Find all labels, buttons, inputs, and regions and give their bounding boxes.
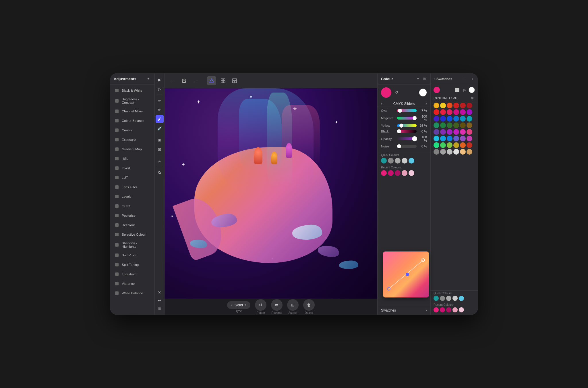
recent-colour-4[interactable]: [402, 170, 407, 176]
pen-tool[interactable]: ✏: [156, 97, 164, 105]
pd-3-5[interactable]: [460, 116, 466, 122]
opacity-track[interactable]: [397, 137, 417, 140]
zoom-tool[interactable]: [156, 169, 164, 177]
recent-colour-2[interactable]: [388, 170, 394, 176]
adj-item-white-balance[interactable]: White Balance: [111, 289, 153, 298]
adj-item-channel-mixer[interactable]: Channel Mixer: [111, 107, 153, 116]
pantone-grid-btn[interactable]: ⊞: [470, 95, 475, 101]
pd-8-2[interactable]: [440, 149, 446, 155]
type-left-arrow[interactable]: ‹: [231, 303, 232, 307]
pd-7-3[interactable]: [447, 142, 452, 148]
pd-4-6[interactable]: [467, 122, 472, 128]
layout-btn[interactable]: [230, 76, 239, 85]
eyedropper-btn[interactable]: [393, 89, 400, 96]
pd-2-5[interactable]: [460, 109, 466, 115]
magenta-track[interactable]: [397, 117, 417, 120]
pd-1-2[interactable]: [440, 103, 446, 108]
adj-item-hsl[interactable]: HSL: [111, 154, 153, 163]
adj-item-brightness-contrast[interactable]: Brightness / Contrast: [111, 95, 153, 106]
adj-item-soft-proof[interactable]: Soft Proof: [111, 251, 153, 260]
pd-3-3[interactable]: [447, 116, 452, 122]
pd-7-2[interactable]: [440, 142, 446, 148]
top-swatch-pink[interactable]: [434, 87, 440, 93]
pd-5-5[interactable]: [460, 129, 466, 135]
colour-settings-icon[interactable]: ✦: [415, 76, 421, 81]
pd-3-1[interactable]: [434, 116, 439, 122]
pd-8-1[interactable]: [434, 149, 439, 155]
sr-1[interactable]: [434, 307, 439, 312]
text-tool[interactable]: A: [156, 157, 164, 165]
noise-thumb[interactable]: [397, 144, 401, 148]
eyedropper-tool[interactable]: 💉: [156, 124, 164, 132]
pd-4-4[interactable]: [453, 122, 459, 128]
pd-4-3[interactable]: [447, 122, 452, 128]
adj-item-exposure[interactable]: Exposure: [111, 135, 153, 144]
save-button[interactable]: [179, 76, 189, 85]
adj-item-curves[interactable]: Curves: [111, 126, 153, 135]
transform-tool[interactable]: ⊞: [156, 136, 164, 144]
node-tool[interactable]: ▷: [156, 85, 164, 93]
pd-6-3[interactable]: [447, 136, 452, 141]
pd-4-1[interactable]: [434, 122, 439, 128]
vector-mode-btn[interactable]: [207, 76, 216, 85]
swatches-settings-icon[interactable]: ✦: [469, 76, 475, 82]
pd-8-3[interactable]: [447, 149, 452, 155]
pd-3-6[interactable]: [467, 116, 472, 122]
pd-8-5[interactable]: [460, 149, 466, 155]
aspect-button[interactable]: ⊞: [287, 299, 299, 311]
back-button[interactable]: ←: [168, 76, 177, 85]
pd-5-1[interactable]: [434, 129, 439, 135]
adj-item-recolour[interactable]: Recolour: [111, 220, 153, 230]
quick-colour-4[interactable]: [402, 158, 407, 164]
opacity-thumb[interactable]: [412, 136, 417, 141]
pd-5-6[interactable]: [467, 129, 472, 135]
pd-1-6[interactable]: [467, 103, 472, 108]
sq-5[interactable]: [459, 296, 464, 301]
close-tool[interactable]: ✕: [156, 288, 164, 296]
secondary-colour-swatch[interactable]: [419, 89, 427, 97]
brush-tool[interactable]: ✏: [156, 106, 164, 114]
adj-item-colour-balance[interactable]: Colour Balance: [111, 116, 153, 125]
delete-tool[interactable]: 🗑: [156, 304, 164, 312]
pd-7-5[interactable]: [460, 142, 466, 148]
pd-6-2[interactable]: [440, 136, 446, 141]
mode-left-arrow[interactable]: ‹: [381, 102, 382, 106]
pd-5-3[interactable]: [447, 129, 452, 135]
pd-4-2[interactable]: [440, 122, 446, 128]
pd-6-5[interactable]: [460, 136, 466, 141]
pd-7-1[interactable]: [434, 142, 439, 148]
colour-layout-icon[interactable]: ⊞: [422, 76, 427, 81]
grid-btn[interactable]: [218, 76, 228, 85]
pd-3-4[interactable]: [453, 116, 459, 122]
more-button[interactable]: ···: [191, 76, 200, 85]
adj-item-black-white[interactable]: Black & White: [111, 86, 153, 95]
pd-6-4[interactable]: [453, 136, 459, 141]
magenta-thumb[interactable]: [413, 116, 417, 120]
recent-colour-1[interactable]: [381, 170, 387, 176]
sr-5[interactable]: [459, 307, 464, 312]
swatches-link-row[interactable]: Swatches ›: [378, 306, 430, 315]
pd-6-1[interactable]: [434, 136, 439, 141]
recent-colour-3[interactable]: [395, 170, 401, 176]
adj-item-shadows-highlights[interactable]: Shadows / Highlights: [111, 239, 153, 250]
adj-item-threshold[interactable]: Threshold: [111, 270, 153, 279]
pd-5-2[interactable]: [440, 129, 446, 135]
sq-3[interactable]: [446, 296, 451, 301]
cyan-track[interactable]: [397, 109, 417, 112]
black-track[interactable]: [397, 130, 417, 133]
black-thumb[interactable]: [397, 129, 401, 133]
crop-tool[interactable]: ⊡: [156, 145, 164, 153]
yellow-track[interactable]: [397, 124, 417, 127]
adj-item-lut[interactable]: LUT: [111, 173, 153, 182]
pd-8-4[interactable]: [453, 149, 459, 155]
pd-1-1[interactable]: [434, 103, 439, 108]
adj-item-ocio[interactable]: OCIO: [111, 201, 153, 211]
type-selector[interactable]: ‹ Solid ›: [227, 301, 250, 309]
pd-7-6[interactable]: [467, 142, 472, 148]
adj-item-invert[interactable]: Invert: [111, 164, 153, 173]
yellow-thumb[interactable]: [399, 124, 403, 128]
noise-track[interactable]: [397, 145, 417, 148]
adj-item-gradient-map[interactable]: Gradient Map: [111, 145, 153, 154]
pd-5-4[interactable]: [453, 129, 459, 135]
adj-item-selective-colour[interactable]: Selective Colour: [111, 230, 153, 239]
